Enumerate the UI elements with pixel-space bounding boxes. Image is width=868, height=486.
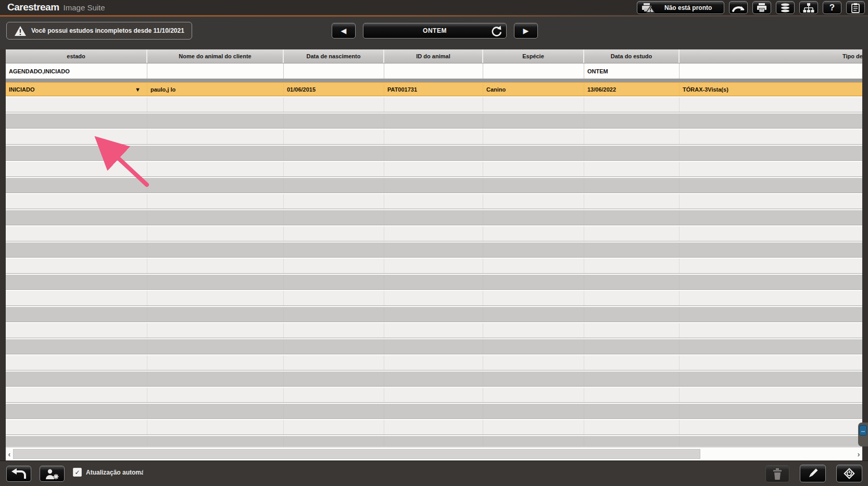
selected-cell-7[interactable]: TÓRAX-3Vista(s) bbox=[680, 83, 862, 96]
empty-cell bbox=[680, 436, 862, 446]
empty-cell bbox=[284, 226, 384, 241]
empty-row bbox=[6, 129, 862, 145]
incomplete-studies-alert[interactable]: Você possui estudos incompletos desde 11… bbox=[6, 22, 192, 40]
empty-cell bbox=[147, 291, 284, 305]
empty-row bbox=[6, 338, 862, 354]
back-button[interactable] bbox=[6, 466, 31, 482]
empty-cell bbox=[680, 242, 862, 257]
device-status-button[interactable]: Não está pronto bbox=[637, 1, 724, 14]
column-header-7[interactable]: Tipo de estudo bbox=[680, 49, 862, 63]
empty-cell bbox=[483, 194, 584, 209]
empty-cell bbox=[483, 130, 584, 144]
column-header-6[interactable]: Data do estudo bbox=[584, 49, 680, 63]
empty-cell bbox=[284, 259, 384, 273]
empty-cell bbox=[584, 194, 680, 209]
empty-cell bbox=[6, 259, 147, 273]
filter-cell-2[interactable] bbox=[147, 63, 284, 79]
empty-row bbox=[6, 435, 862, 446]
empty-cell bbox=[680, 259, 862, 273]
printer-warning-icon bbox=[641, 3, 655, 13]
empty-cell bbox=[284, 307, 384, 322]
filter-cell-6[interactable]: ONTEM bbox=[584, 63, 680, 79]
edit-button[interactable] bbox=[800, 465, 826, 482]
empty-cell bbox=[147, 178, 284, 193]
empty-cell bbox=[483, 291, 584, 305]
empty-cell bbox=[483, 178, 584, 193]
column-header-1[interactable]: estado bbox=[6, 49, 147, 63]
empty-cell bbox=[584, 388, 680, 402]
resize-handle-icon: ↔ bbox=[859, 425, 867, 436]
empty-cell bbox=[384, 146, 483, 160]
capture-arc-icon bbox=[732, 3, 745, 12]
empty-cell bbox=[6, 355, 147, 370]
print-button[interactable] bbox=[752, 1, 771, 14]
selected-cell-1[interactable]: INICIADO▼ bbox=[6, 83, 147, 96]
selected-study-row[interactable]: INICIADO▼paulo,j lo01/06/2015PAT001731Ca… bbox=[6, 82, 862, 96]
auto-update-checkbox[interactable]: ✓ bbox=[73, 468, 82, 477]
empty-cell bbox=[6, 372, 147, 386]
empty-cell bbox=[284, 436, 384, 446]
empty-cell bbox=[384, 259, 483, 273]
patient-settings-button[interactable] bbox=[40, 466, 65, 482]
next-day-button[interactable]: ▶ bbox=[514, 23, 538, 39]
empty-cell bbox=[284, 339, 384, 354]
empty-cell bbox=[384, 162, 483, 176]
selected-cell-2[interactable]: paulo,j lo bbox=[147, 83, 284, 96]
empty-cell bbox=[147, 130, 284, 144]
empty-cell bbox=[384, 291, 483, 305]
empty-cell bbox=[680, 194, 862, 209]
empty-row bbox=[6, 193, 862, 209]
column-header-5[interactable]: Espécie bbox=[483, 49, 584, 63]
worklist-icon bbox=[850, 3, 861, 13]
date-filter-button[interactable]: ONTEM bbox=[363, 23, 507, 39]
filter-cell-7[interactable] bbox=[680, 63, 862, 79]
selected-cell-4[interactable]: PAT001731 bbox=[384, 83, 483, 96]
acquire-button[interactable] bbox=[836, 465, 862, 482]
empty-cell bbox=[6, 130, 147, 144]
filter-cell-4[interactable] bbox=[384, 63, 483, 79]
empty-cell bbox=[284, 242, 384, 257]
column-header-2[interactable]: Nome do animal do cliente bbox=[147, 49, 284, 63]
database-button[interactable] bbox=[776, 1, 795, 14]
empty-cell bbox=[584, 372, 680, 386]
column-header-3[interactable]: Data de nascimento bbox=[284, 49, 384, 63]
previous-day-button[interactable]: ◀ bbox=[332, 23, 356, 39]
empty-cell bbox=[483, 275, 584, 289]
help-button[interactable]: ? bbox=[823, 1, 841, 14]
empty-cell bbox=[147, 162, 284, 176]
empty-cell bbox=[483, 388, 584, 402]
capture-button[interactable] bbox=[729, 1, 748, 14]
selected-cell-3[interactable]: 01/06/2015 bbox=[284, 83, 384, 96]
auto-update-control: ✓ Atualização automátic bbox=[73, 468, 143, 477]
filter-cell-1[interactable]: AGENDADO,INICIADO bbox=[6, 63, 147, 79]
empty-cell bbox=[6, 162, 147, 176]
scroll-left-icon[interactable]: ‹ bbox=[6, 447, 13, 461]
empty-row bbox=[6, 274, 862, 290]
column-header-4[interactable]: ID do animal bbox=[384, 49, 483, 63]
edit-icon bbox=[807, 467, 819, 480]
scroll-right-icon[interactable]: › bbox=[855, 447, 862, 461]
empty-cell bbox=[284, 210, 384, 225]
empty-cell bbox=[384, 226, 483, 241]
empty-row bbox=[6, 241, 862, 258]
empty-cell bbox=[284, 178, 384, 193]
side-panel-handle[interactable]: ↔ bbox=[858, 423, 868, 446]
empty-cell bbox=[483, 339, 584, 354]
help-icon: ? bbox=[829, 3, 835, 13]
selected-cell-6[interactable]: 13/06/2022 bbox=[584, 83, 680, 96]
filter-cell-5[interactable] bbox=[483, 63, 584, 79]
horizontal-scrollbar[interactable]: ‹ › bbox=[6, 446, 862, 461]
network-button[interactable] bbox=[799, 1, 818, 14]
selected-cell-5[interactable]: Canino bbox=[483, 83, 584, 96]
empty-row bbox=[6, 387, 862, 403]
delete-button[interactable] bbox=[765, 465, 789, 482]
database-icon bbox=[780, 3, 790, 13]
empty-cell bbox=[680, 420, 862, 434]
empty-cell bbox=[483, 242, 584, 257]
scrollbar-thumb[interactable] bbox=[13, 449, 700, 459]
empty-cell bbox=[680, 210, 862, 225]
worklist-button[interactable] bbox=[846, 1, 865, 14]
filter-cell-3[interactable] bbox=[284, 63, 384, 79]
empty-cell bbox=[284, 194, 384, 209]
status-dropdown-icon[interactable]: ▼ bbox=[135, 86, 141, 93]
